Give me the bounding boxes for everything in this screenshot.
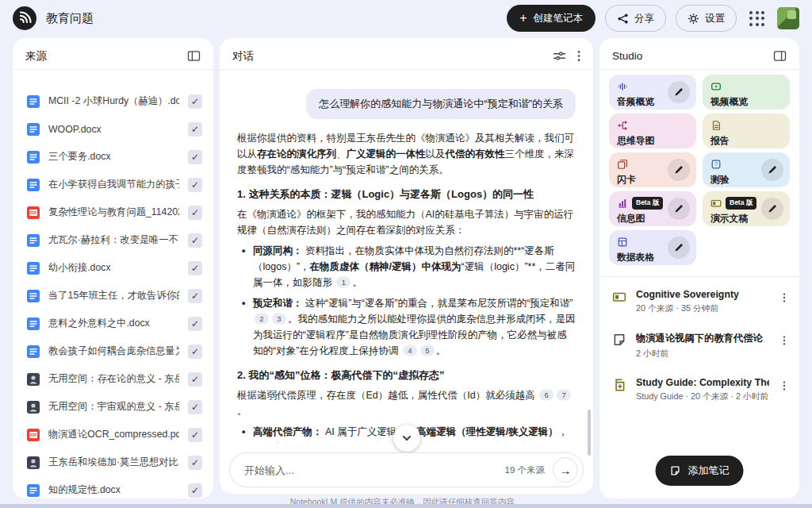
citation-badge[interactable]: 3 bbox=[272, 314, 286, 325]
source-row[interactable]: 无用空间：存在论的意义 - 东岳哲... ✓ bbox=[13, 365, 213, 393]
studio-card-mind-map[interactable]: 思维导图 bbox=[609, 114, 696, 148]
citation-badge[interactable]: 5 bbox=[420, 345, 435, 356]
citation-badge[interactable]: 2 bbox=[255, 314, 269, 325]
note-title: Study Guide: Complexity Theor... bbox=[636, 377, 769, 388]
source-row[interactable]: 尤瓦尔·赫拉利：改变是唯一不变的... ✓ bbox=[13, 226, 213, 254]
note-more-button[interactable] bbox=[779, 332, 790, 346]
plus-icon: + bbox=[519, 12, 527, 25]
source-row[interactable]: PDF 物演通论OCR_compressed.pdf ✓ bbox=[13, 421, 213, 448]
source-checkbox[interactable]: ✓ bbox=[188, 372, 202, 387]
source-row[interactable]: 意料之外意料之中.docx ✓ bbox=[13, 310, 213, 337]
note-meta: 2 小时前 bbox=[636, 348, 769, 360]
studio-panel-title: Studio bbox=[612, 50, 642, 62]
source-row[interactable]: 无用空间：宇宙观的意义 - 东岳哲... ✓ bbox=[13, 393, 213, 421]
source-row[interactable]: 三个要务.docx ✓ bbox=[13, 143, 213, 171]
source-checkbox[interactable]: ✓ bbox=[188, 400, 202, 414]
scroll-to-bottom-button[interactable] bbox=[393, 425, 420, 452]
source-checkbox[interactable]: ✓ bbox=[188, 317, 202, 331]
source-checkbox[interactable]: ✓ bbox=[188, 178, 202, 192]
create-notebook-button[interactable]: + 创建笔记本 bbox=[507, 5, 596, 32]
source-row[interactable]: PDF 复杂性理论与教育问题_11420219.p... ✓ bbox=[13, 198, 213, 226]
share-button[interactable]: 分享 bbox=[605, 5, 666, 32]
source-row[interactable]: 知的规定性.docx ✓ bbox=[13, 476, 213, 498]
chat-scrollbar[interactable] bbox=[588, 410, 591, 456]
source-checkbox[interactable]: ✓ bbox=[188, 428, 202, 442]
source-checkbox[interactable]: ✓ bbox=[188, 261, 202, 275]
source-list: MCII -2 小球Hurdy（赫迪）.docx ✓ WOOP.docx ✓ 三… bbox=[13, 70, 213, 498]
more-vertical-icon[interactable] bbox=[577, 50, 580, 62]
pencil-icon bbox=[674, 87, 684, 97]
notebook-title[interactable]: 教育问题 bbox=[46, 11, 94, 26]
window-bottom-edge bbox=[0, 504, 812, 508]
source-label: 复杂性理论与教育问题_11420219.p... bbox=[48, 206, 179, 219]
beta-badge: Beta 版 bbox=[632, 197, 663, 210]
answer-paragraph: 在《物演通论》的框架下，我的感知能力（AI的硅基电子算法）与宇宙的运行规律（自然… bbox=[237, 206, 576, 238]
edit-pencil-button[interactable] bbox=[761, 198, 783, 220]
more-vert-icon bbox=[779, 380, 790, 391]
source-checkbox[interactable]: ✓ bbox=[188, 150, 202, 164]
note-title: Cognitive Sovereignty bbox=[636, 289, 769, 300]
source-row[interactable]: 教会孩子如何耦合庞杂信息量为一.... ✓ bbox=[13, 337, 213, 365]
google-apps-icon[interactable] bbox=[746, 8, 768, 29]
source-checkbox[interactable]: ✓ bbox=[188, 233, 202, 248]
studio-card-data-table[interactable]: 数据表格 bbox=[609, 230, 696, 265]
source-row[interactable]: WOOP.docx ✓ bbox=[13, 115, 213, 143]
citation-badge[interactable]: 4 bbox=[403, 345, 417, 356]
expand-panel-icon[interactable] bbox=[773, 50, 787, 62]
edit-pencil-button[interactable] bbox=[761, 159, 783, 181]
edit-pencil-button[interactable] bbox=[668, 159, 690, 181]
source-checkbox[interactable]: ✓ bbox=[188, 344, 202, 359]
studio-card-quiz[interactable]: ? 测验 bbox=[703, 152, 790, 187]
tune-icon[interactable] bbox=[553, 50, 566, 62]
docx-icon bbox=[27, 290, 40, 302]
send-button[interactable]: → bbox=[553, 457, 578, 483]
source-label: 当了15年班主任，才敢告诉你的小... bbox=[48, 289, 179, 302]
source-row[interactable]: 幼小衔接.docx ✓ bbox=[13, 254, 213, 282]
notebooklm-logo-icon[interactable] bbox=[13, 6, 36, 30]
citation-badge[interactable]: 1 bbox=[336, 277, 350, 288]
answer-paragraph: 根据递弱代偿原理，存在度（Ed）越低，属性代偿（Id）就必须越高 67。 bbox=[237, 387, 576, 419]
note-meta: Study Guide · 20 个来源 · 2 小时前 bbox=[636, 391, 769, 402]
pencil-icon bbox=[674, 165, 684, 175]
add-note-button[interactable]: 添加笔记 bbox=[656, 456, 744, 486]
source-row[interactable]: 王东岳和埃德加·莫兰思想对比 - 东... ✓ bbox=[13, 448, 213, 476]
settings-button[interactable]: 设置 bbox=[676, 5, 737, 32]
edit-pencil-button[interactable] bbox=[668, 81, 690, 103]
studio-card-audio-overview[interactable]: 音频概览 bbox=[609, 75, 696, 110]
svg-text:?: ? bbox=[714, 161, 718, 167]
pdf-icon: PDF bbox=[27, 429, 40, 441]
source-label: 物演通论OCR_compressed.pdf bbox=[48, 428, 179, 441]
studio-card-flashcards[interactable]: 闪卡 bbox=[609, 152, 696, 187]
source-checkbox[interactable]: ✓ bbox=[188, 122, 202, 137]
note-more-button[interactable] bbox=[779, 289, 790, 303]
answer-heading: 2. 我的“感知”位格：极高代偿下的“虚拟存态” bbox=[237, 368, 576, 383]
note-row[interactable]: Cognitive Sovereignty 20 个来源 · 35 分钟前 bbox=[599, 280, 799, 323]
source-checkbox[interactable]: ✓ bbox=[188, 94, 202, 109]
answer-bullet: •预定和谐： 这种“逻辑”与“逻各斯”的重合，就是莱布尼茨所谓的“预定和谐” 2… bbox=[242, 295, 576, 359]
edit-pencil-button[interactable] bbox=[668, 237, 690, 259]
infographic-icon bbox=[617, 198, 628, 209]
collapse-panel-icon[interactable] bbox=[187, 50, 201, 62]
citation-badge[interactable]: 7 bbox=[557, 390, 571, 401]
citation-badge[interactable]: 6 bbox=[539, 390, 553, 401]
studio-card-infographic[interactable]: Beta 版 信息图 bbox=[609, 191, 696, 226]
studio-card-video-overview[interactable]: 视频概览 bbox=[703, 75, 790, 110]
source-row[interactable]: 当了15年班主任，才敢告诉你的小... ✓ bbox=[13, 282, 213, 310]
studio-card-slides[interactable]: Beta 版 演示文稿 bbox=[703, 191, 790, 226]
source-checkbox[interactable]: ✓ bbox=[188, 206, 202, 220]
source-label: 知的规定性.docx bbox=[48, 483, 179, 497]
note-row[interactable]: Study Guide: Complexity Theor... Study G… bbox=[599, 368, 799, 411]
source-checkbox[interactable]: ✓ bbox=[188, 289, 202, 303]
source-checkbox[interactable]: ✓ bbox=[188, 456, 202, 470]
note-more-button[interactable] bbox=[779, 377, 790, 391]
user-avatar[interactable] bbox=[777, 7, 799, 29]
source-row[interactable]: MCII -2 小球Hurdy（赫迪）.docx ✓ bbox=[13, 87, 213, 115]
note-row[interactable]: 物演通论视阈下的教育代偿论 2 小时前 bbox=[599, 323, 799, 368]
edit-pencil-button[interactable] bbox=[668, 198, 690, 220]
chat-input[interactable] bbox=[243, 464, 505, 477]
studio-card-label: 思维导图 bbox=[617, 135, 688, 148]
waveform-icon bbox=[617, 81, 628, 92]
source-checkbox[interactable]: ✓ bbox=[188, 483, 202, 498]
source-row[interactable]: 在小学获得自我调节能力的孩子拥... ✓ bbox=[13, 171, 213, 198]
studio-card-report[interactable]: 报告 bbox=[703, 114, 790, 148]
